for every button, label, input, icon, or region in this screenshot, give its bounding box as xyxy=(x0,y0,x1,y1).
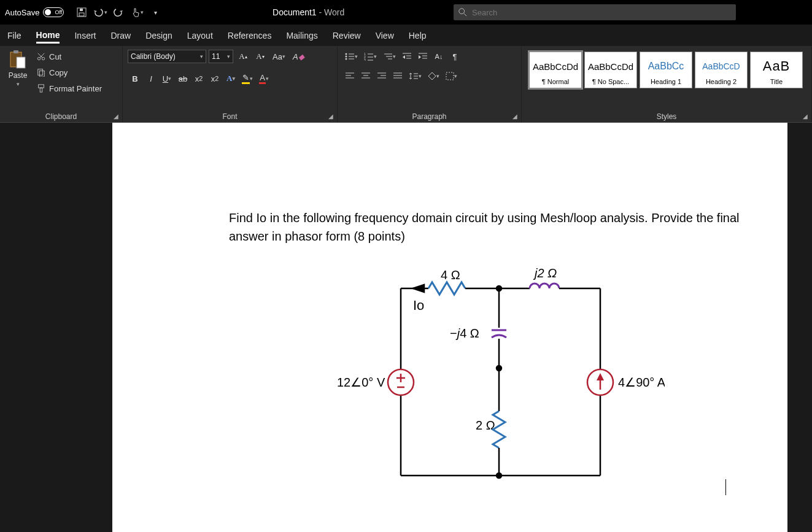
format-painter-button[interactable]: Format Painter xyxy=(33,81,106,96)
circuit-diagram: 4 Ω j2 Ω Io −j4 Ω 12∠0° V 4∠90° A 2 Ω xyxy=(321,264,751,502)
undo-button[interactable]: ▾ xyxy=(92,4,108,20)
svg-point-9 xyxy=(42,57,44,60)
label-i-src: 4∠90° A xyxy=(618,376,665,389)
tab-file[interactable]: File xyxy=(7,28,21,43)
change-case-button[interactable]: Aa▾ xyxy=(270,49,288,64)
svg-rect-1 xyxy=(79,13,84,16)
show-marks-button[interactable]: ¶ xyxy=(447,49,462,64)
svg-point-16 xyxy=(346,53,347,55)
font-color-button[interactable]: A ▾ xyxy=(257,71,271,86)
paragraph-dialog-launcher[interactable]: ◢ xyxy=(511,112,519,120)
label-c-mid: −j4 Ω xyxy=(450,326,479,340)
group-label-styles: Styles xyxy=(527,111,806,121)
font-size-select[interactable]: 11▾ xyxy=(209,50,233,63)
svg-point-8 xyxy=(37,57,40,60)
shrink-font-button[interactable]: A▾ xyxy=(253,49,268,64)
align-center-button[interactable] xyxy=(358,69,373,83)
label-l-top: j2 Ω xyxy=(533,266,557,280)
numbering-icon: 123 xyxy=(364,52,374,61)
tab-references[interactable]: References xyxy=(228,28,272,43)
styles-dialog-launcher[interactable]: ◢ xyxy=(802,112,809,120)
document-area: Find Io in the following frequency domai… xyxy=(0,123,812,532)
brush-icon xyxy=(37,84,45,93)
svg-rect-12 xyxy=(38,69,43,75)
cut-button[interactable]: Cut xyxy=(33,49,106,64)
font-dialog-launcher[interactable]: ◢ xyxy=(327,112,334,120)
redo-button[interactable] xyxy=(110,4,126,20)
paste-icon xyxy=(9,49,27,70)
document-page[interactable]: Find Io in the following frequency domai… xyxy=(112,123,787,532)
tab-home[interactable]: Home xyxy=(36,28,60,44)
bullets-icon xyxy=(345,52,355,61)
copy-button[interactable]: Copy xyxy=(33,65,106,80)
text-cursor xyxy=(725,479,726,495)
clear-formatting-button[interactable]: A◆ xyxy=(290,49,307,64)
italic-button[interactable]: I xyxy=(144,71,158,86)
search-icon xyxy=(458,8,467,17)
group-styles: AaBbCcDd ¶ Normal AaBbCcDd ¶ No Spac... … xyxy=(522,47,812,122)
borders-button[interactable]: ▾ xyxy=(443,69,460,83)
title-bar: AutoSave Off ▾ ▾ ▾ Document1 - Word xyxy=(0,0,812,25)
group-paragraph: ▾ 123▾ ▾ A↓ ¶ ▾ ▾ ▾ Paragraph ◢ xyxy=(338,47,522,122)
svg-rect-13 xyxy=(39,71,44,77)
search-box[interactable] xyxy=(454,4,736,20)
strikethrough-button[interactable]: ab xyxy=(176,71,190,86)
style-no-spacing[interactable]: AaBbCcDd ¶ No Spac... xyxy=(584,52,637,88)
multilevel-list-button[interactable]: ▾ xyxy=(381,49,398,64)
tab-help[interactable]: Help xyxy=(409,28,427,43)
style-heading-1[interactable]: AaBbCc Heading 1 xyxy=(640,52,692,88)
svg-line-11 xyxy=(38,53,42,58)
style-gallery[interactable]: AaBbCcDd ¶ Normal AaBbCcDd ¶ No Spac... … xyxy=(527,49,805,91)
label-r-top: 4 Ω xyxy=(441,268,460,282)
tab-mailings[interactable]: Mailings xyxy=(286,28,317,43)
touch-mode-button[interactable]: ▾ xyxy=(129,4,145,20)
tab-review[interactable]: Review xyxy=(333,28,361,43)
label-v-src: 12∠0° V xyxy=(337,376,385,389)
window-title: Document1 - Word xyxy=(167,7,450,17)
font-name-select[interactable]: Calibri (Body)▾ xyxy=(128,50,206,63)
align-left-button[interactable] xyxy=(342,69,357,83)
text-effects-button[interactable]: A ▾ xyxy=(223,71,238,86)
toggle-off-icon[interactable]: Off xyxy=(43,7,64,17)
justify-button[interactable] xyxy=(390,69,405,83)
qat-more-icon[interactable]: ▾ xyxy=(147,4,163,20)
multilevel-icon xyxy=(383,52,393,61)
svg-rect-2 xyxy=(80,9,83,11)
underline-button[interactable]: U ▾ xyxy=(160,71,174,86)
style-normal[interactable]: AaBbCcDd ¶ Normal xyxy=(529,52,582,88)
highlight-button[interactable]: ✎ ▾ xyxy=(239,71,255,86)
tab-insert[interactable]: Insert xyxy=(74,28,96,43)
svg-rect-15 xyxy=(40,88,42,92)
group-label-clipboard: Clipboard xyxy=(5,111,117,121)
shading-button[interactable]: ▾ xyxy=(425,69,442,83)
autosave-toggle[interactable]: AutoSave Off xyxy=(5,7,64,17)
subscript-button[interactable]: x2 xyxy=(191,71,206,86)
save-icon[interactable] xyxy=(74,4,90,20)
group-label-font: Font xyxy=(128,111,332,121)
bold-button[interactable]: B xyxy=(128,71,142,86)
bullets-button[interactable]: ▾ xyxy=(342,49,360,64)
svg-line-10 xyxy=(40,53,44,58)
sort-button[interactable]: A↓ xyxy=(431,49,446,64)
line-spacing-button[interactable]: ▾ xyxy=(406,69,424,83)
tab-layout[interactable]: Layout xyxy=(187,28,213,43)
scissors-icon xyxy=(37,52,45,61)
align-right-button[interactable] xyxy=(374,69,389,83)
search-input[interactable] xyxy=(472,8,731,17)
svg-point-18 xyxy=(346,56,347,58)
superscript-button[interactable]: x2 xyxy=(207,71,222,86)
tab-draw[interactable]: Draw xyxy=(110,28,131,43)
paste-button[interactable]: Paste ▾ xyxy=(5,49,31,87)
problem-text: Find Io in the following frequency domai… xyxy=(229,209,751,245)
numbering-button[interactable]: 123▾ xyxy=(362,49,379,64)
increase-indent-button[interactable] xyxy=(416,49,430,64)
svg-rect-14 xyxy=(39,85,44,88)
tab-view[interactable]: View xyxy=(376,28,394,43)
grow-font-button[interactable]: A▴ xyxy=(236,49,250,64)
group-label-paragraph: Paragraph xyxy=(342,111,516,121)
decrease-indent-button[interactable] xyxy=(400,49,414,64)
clipboard-dialog-launcher[interactable]: ◢ xyxy=(112,112,120,120)
style-heading-2[interactable]: AaBbCcD Heading 2 xyxy=(695,52,748,88)
style-title[interactable]: AaB Title xyxy=(750,52,803,88)
tab-design[interactable]: Design xyxy=(145,28,172,43)
